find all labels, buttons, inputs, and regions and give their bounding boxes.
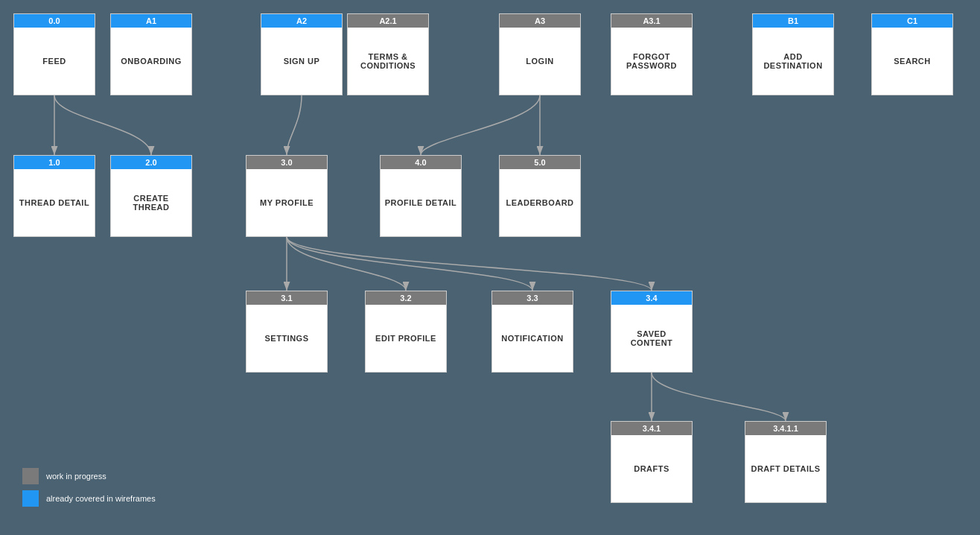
node-5-0[interactable]: 5.0LEADERBOARD [499, 155, 581, 237]
node-body-3-4-1-1: DRAFT DETAILS [745, 435, 826, 502]
node-3-3[interactable]: 3.3NOTIFICATION [491, 291, 573, 373]
node-B1[interactable]: B1ADD DESTINATION [752, 13, 834, 95]
node-3-0[interactable]: 3.0MY PROFILE [246, 155, 328, 237]
node-header-A2: A2 [261, 14, 342, 28]
node-2-0[interactable]: 2.0CREATE THREAD [110, 155, 192, 237]
node-body-3-2: EDIT PROFILE [366, 305, 446, 372]
node-body-3-0: MY PROFILE [246, 169, 327, 236]
node-body-A3-1: FORGOT PASSWORD [611, 28, 692, 95]
diagram-container: 0.0FEEDA1ONBOARDINGA2SIGN UPA2.1TERMS & … [0, 0, 980, 535]
node-body-3-1: SETTINGS [246, 305, 327, 372]
node-A2[interactable]: A2SIGN UP [261, 13, 343, 95]
node-body-C1: SEARCH [872, 28, 952, 95]
node-1-0[interactable]: 1.0THREAD DETAIL [13, 155, 95, 237]
node-header-3-4-1-1: 3.4.1.1 [745, 422, 826, 435]
node-body-2-0: CREATE THREAD [111, 169, 191, 236]
node-3-2[interactable]: 3.2EDIT PROFILE [365, 291, 447, 373]
node-body-A3: LOGIN [500, 28, 580, 95]
node-body-A2: SIGN UP [261, 28, 342, 95]
legend-item-wip: work in progress [22, 468, 156, 484]
node-body-3-3: NOTIFICATION [492, 305, 573, 372]
node-0-0[interactable]: 0.0FEED [13, 13, 95, 95]
node-header-3-1: 3.1 [246, 291, 327, 305]
node-header-3-4: 3.4 [611, 291, 692, 305]
node-header-5-0: 5.0 [500, 156, 580, 169]
node-header-1-0: 1.0 [14, 156, 95, 169]
legend-label-covered: already covered in wireframes [46, 494, 156, 503]
node-header-A3-1: A3.1 [611, 14, 692, 28]
node-3-4-1[interactable]: 3.4.1DRAFTS [611, 421, 693, 503]
node-header-3-0: 3.0 [246, 156, 327, 169]
legend-label-wip: work in progress [46, 472, 106, 481]
node-header-A3: A3 [500, 14, 580, 28]
node-3-1[interactable]: 3.1SETTINGS [246, 291, 328, 373]
node-header-C1: C1 [872, 14, 952, 28]
node-body-0-0: FEED [14, 28, 95, 95]
node-body-A1: ONBOARDING [111, 28, 191, 95]
legend: work in progress already covered in wire… [22, 468, 156, 513]
node-body-3-4-1: DRAFTS [611, 435, 692, 502]
node-A2-1[interactable]: A2.1TERMS & CONDITIONS [347, 13, 429, 95]
legend-item-covered: already covered in wireframes [22, 490, 156, 507]
node-A3-1[interactable]: A3.1FORGOT PASSWORD [611, 13, 693, 95]
legend-color-blue [22, 490, 39, 507]
node-header-2-0: 2.0 [111, 156, 191, 169]
node-body-4-0: PROFILE DETAIL [381, 169, 461, 236]
node-header-B1: B1 [753, 14, 833, 28]
node-body-3-4: SAVED CONTENT [611, 305, 692, 372]
node-3-4-1-1[interactable]: 3.4.1.1DRAFT DETAILS [745, 421, 827, 503]
node-A3[interactable]: A3LOGIN [499, 13, 581, 95]
legend-color-gray [22, 468, 39, 484]
node-C1[interactable]: C1SEARCH [871, 13, 953, 95]
node-header-4-0: 4.0 [381, 156, 461, 169]
node-header-3-2: 3.2 [366, 291, 446, 305]
node-body-A2-1: TERMS & CONDITIONS [348, 28, 428, 95]
node-header-3-3: 3.3 [492, 291, 573, 305]
node-header-A1: A1 [111, 14, 191, 28]
node-body-5-0: LEADERBOARD [500, 169, 580, 236]
node-3-4[interactable]: 3.4SAVED CONTENT [611, 291, 693, 373]
node-header-3-4-1: 3.4.1 [611, 422, 692, 435]
node-body-1-0: THREAD DETAIL [14, 169, 95, 236]
node-header-0-0: 0.0 [14, 14, 95, 28]
node-header-A2-1: A2.1 [348, 14, 428, 28]
node-4-0[interactable]: 4.0PROFILE DETAIL [380, 155, 462, 237]
node-A1[interactable]: A1ONBOARDING [110, 13, 192, 95]
node-body-B1: ADD DESTINATION [753, 28, 833, 95]
